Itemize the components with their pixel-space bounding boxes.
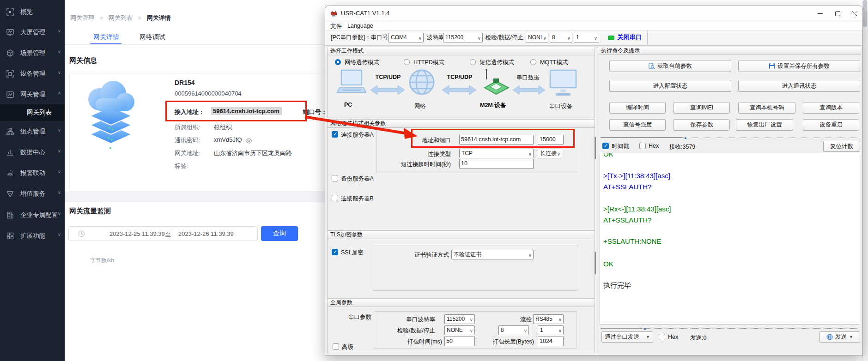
sidebar-item-value-service[interactable]: 增值服务 xyxy=(0,186,65,202)
query-version-button[interactable]: 查询版本 xyxy=(803,102,859,114)
timeout-input[interactable]: 10 xyxy=(459,159,534,168)
cmd-scrollbar[interactable]: ▲ xyxy=(601,136,860,140)
breadcrumb-gateway-detail: 网关详情 xyxy=(147,14,171,21)
chevron-down-icon xyxy=(58,190,61,195)
breadcrumb-gateway-list[interactable]: 网关列表 xyxy=(109,14,133,21)
ssl-checkbox[interactable] xyxy=(332,249,338,255)
log-scrollbar[interactable]: ▲ xyxy=(601,326,860,331)
date-range-picker[interactable]: 2023-12-25 11:39:39 至 2023-12-26 11:39:3… xyxy=(68,226,258,241)
sidebar-item-scene[interactable]: 场景管理 xyxy=(0,45,65,61)
timestamp-checkbox[interactable] xyxy=(602,143,609,149)
breadcrumb: 网关管理 > 网关列表 > 网关详情 xyxy=(70,14,171,22)
pack-len-input[interactable]: 1024 xyxy=(538,337,564,346)
g-parity-select[interactable]: NONE xyxy=(444,325,475,335)
conn-keep-select[interactable]: 长连接 xyxy=(538,149,562,158)
radio-net-transparent[interactable] xyxy=(335,59,341,65)
recv-hex-checkbox[interactable] xyxy=(639,143,646,149)
maximize-button[interactable] xyxy=(829,6,846,21)
send-hex-checkbox[interactable] xyxy=(659,334,665,340)
send-via-select[interactable]: 通过串口发送▼ xyxy=(601,331,653,343)
reboot-button[interactable]: 设备重启 xyxy=(803,119,859,131)
left-pane-scrollbar-thumb2[interactable] xyxy=(595,252,596,274)
minimize-button[interactable] xyxy=(811,6,829,21)
sidebar-item-screen[interactable]: 大屏管理 xyxy=(0,24,65,41)
log-area[interactable]: OK >[Tx->][11:38:43][asc] AT+SSLAUTH? >[… xyxy=(600,153,860,325)
conn-type-select[interactable]: TCP xyxy=(459,149,534,158)
pack-time-input[interactable]: 50 xyxy=(444,337,475,346)
advanced-checkbox[interactable] xyxy=(333,343,339,350)
sidebar-item-gateway-list[interactable]: 网关列表 xyxy=(0,104,65,121)
radio-mqtt[interactable] xyxy=(530,59,536,65)
menu-file[interactable]: 文件 xyxy=(330,23,342,30)
window-title: USR-CAT1 V1.1.4 xyxy=(341,10,389,17)
diagram-tcp1-label: TCP/UDP xyxy=(372,74,404,80)
server-a-checkbox[interactable] xyxy=(332,131,338,138)
tab-network-debug[interactable]: 网络调试 xyxy=(140,33,165,42)
section-title-traffic: 网关流量监测 xyxy=(69,207,111,216)
gateway-serial: 00059614000000040704 xyxy=(175,90,242,97)
sidebar: 概览 大屏管理 场景管理 设备管理 网关管理 网关列表 组态管理 数据中心 报警… xyxy=(0,0,65,361)
tag-label: 标签: xyxy=(175,162,188,170)
query-number-button[interactable]: 查询本机号码 xyxy=(738,102,795,114)
query-imei-button[interactable]: 查询IMEI xyxy=(674,102,730,114)
set-save-params-button[interactable]: 设置并保存所有参数 xyxy=(738,60,860,72)
page-scrollbar-thumb[interactable] xyxy=(863,0,867,27)
query-button[interactable]: 查询 xyxy=(261,226,298,241)
g-baud-select[interactable]: 115200 xyxy=(444,314,475,324)
eye-icon[interactable] xyxy=(245,137,252,145)
gateway-icon xyxy=(6,91,14,98)
menu-language[interactable]: Language xyxy=(347,23,373,29)
diagram-pc-label: PC xyxy=(344,102,352,108)
radio-sms[interactable] xyxy=(470,59,476,65)
tab-gateway-detail[interactable]: 网关详情 xyxy=(93,33,119,42)
work-mode-section: 选择工作模式 网络透传模式 HTTPD模式 短信透传模式 MQTT模式 PC T… xyxy=(327,47,595,118)
close-port-button[interactable]: 关闭串口 xyxy=(617,33,642,42)
parity-select[interactable]: NONI xyxy=(526,33,548,42)
sidebar-item-extension[interactable]: 扩展功能 xyxy=(0,228,65,244)
window-titlebar[interactable]: USR-CAT1 V1.1.4 xyxy=(325,6,862,21)
g-flow-select[interactable]: RS485 xyxy=(533,314,564,324)
compile-time-button[interactable]: 编译时间 xyxy=(609,102,666,114)
factory-reset-button[interactable]: 恢复出厂设置 xyxy=(736,119,793,131)
date-from[interactable]: 2023-12-25 11:39:39 xyxy=(109,230,165,237)
send-count: 发送:0 xyxy=(690,334,706,342)
send-button[interactable]: 发送 ▼ xyxy=(819,331,860,343)
sidebar-item-gateway[interactable]: 网关管理 xyxy=(0,86,65,103)
close-button[interactable] xyxy=(846,6,863,21)
backup-a-checkbox[interactable] xyxy=(332,175,338,181)
log-line: >[Rx<-][11:38:43][asc] xyxy=(603,205,671,213)
save-params-button[interactable]: 保存参数 xyxy=(674,119,730,131)
enter-config-button[interactable]: 进入配置状态 xyxy=(609,80,731,92)
date-to[interactable]: 2023-12-26 11:39:39 xyxy=(178,230,234,237)
databits-select[interactable]: 8 xyxy=(550,33,572,42)
baud-select[interactable]: 115200 xyxy=(443,33,483,42)
g-baud-label: 串口波特率 xyxy=(395,316,435,324)
radio-httpd[interactable] xyxy=(404,59,410,65)
usr-cat1-window: USR-CAT1 V1.1.4 文件 Language [PC串口参数]：串口号… xyxy=(325,6,863,355)
sidebar-item-alarm[interactable]: 报警联动 xyxy=(0,165,65,181)
sidebar-item-enterprise[interactable]: 企业专属配置 xyxy=(0,207,65,223)
reset-count-button[interactable]: 复位计数 xyxy=(823,141,860,152)
server-b-checkbox[interactable] xyxy=(332,195,338,201)
screen-icon xyxy=(6,29,14,36)
query-signal-button[interactable]: 查信号强度 xyxy=(609,119,666,131)
sidebar-item-config[interactable]: 组态管理 xyxy=(0,123,65,140)
left-pane-scrollbar-thumb[interactable] xyxy=(595,137,596,159)
recv-count: 接收:3579 xyxy=(669,143,695,151)
enter-comm-button[interactable]: 进入通讯状态 xyxy=(738,80,860,92)
g-databits-select[interactable]: 8 xyxy=(498,325,529,335)
sidebar-item-data-center[interactable]: 数据中心 xyxy=(0,144,65,161)
get-params-button[interactable]: 获取当前参数 xyxy=(609,60,731,72)
cert-verify-select[interactable]: 不验证证书 xyxy=(451,250,534,259)
sidebar-item-device[interactable]: 设备管理 xyxy=(0,66,65,82)
breadcrumb-gateway-mgmt[interactable]: 网关管理 xyxy=(70,14,94,21)
com-port-select[interactable]: COM4 xyxy=(388,33,424,42)
pack-time-label: 打包时间(ms) xyxy=(397,338,442,346)
app-icon xyxy=(330,10,338,18)
sidebar-item-overview[interactable]: 概览 xyxy=(0,4,65,20)
log-line: +SSLAUTH:NONE xyxy=(603,237,661,245)
g-stopbits-select[interactable]: 1 xyxy=(538,325,564,335)
parity-label: 检验/数据/停止 xyxy=(486,34,523,42)
gateway-cloud-icon xyxy=(80,80,142,158)
stopbits-select[interactable]: 1 xyxy=(574,33,599,42)
